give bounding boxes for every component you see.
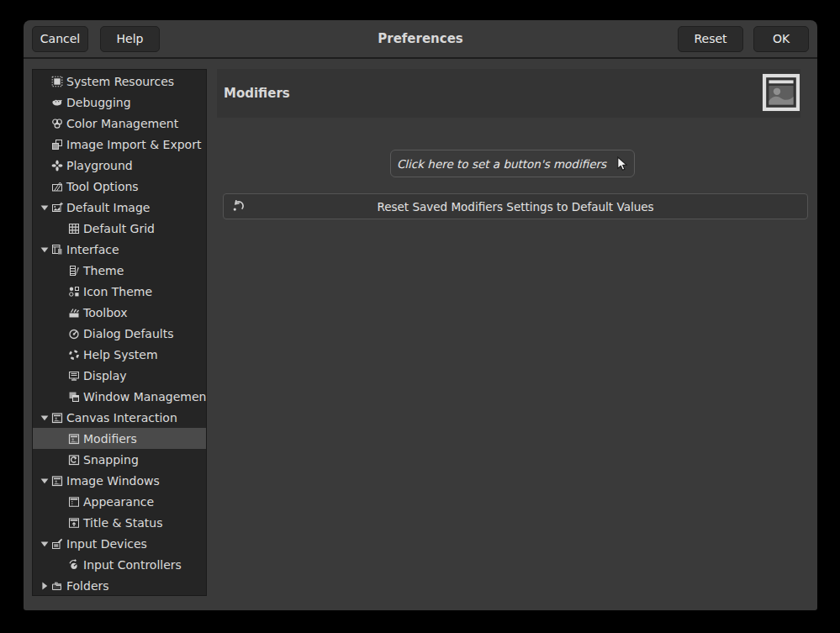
expander-open-icon[interactable]	[38, 243, 50, 256]
window-management-icon	[67, 390, 81, 404]
header-right-buttons: Reset OK	[678, 26, 809, 52]
sidebar-item-icon-theme[interactable]: Icon Theme	[33, 281, 206, 302]
expander-spacer	[38, 285, 50, 298]
expander-open-icon[interactable]	[38, 537, 50, 550]
expander-spacer	[38, 96, 50, 108]
sidebar-item-tool-options[interactable]: Tool Options	[33, 176, 206, 197]
cancel-button[interactable]: Cancel	[32, 26, 88, 52]
sidebar-item-label: Input Controllers	[83, 559, 182, 571]
sidebar-item-title-status[interactable]: Title & Status	[33, 512, 206, 533]
preferences-dialog: Cancel Help Preferences Reset OK System …	[24, 20, 817, 610]
tool-options-icon	[50, 180, 64, 193]
expander-spacer	[38, 159, 50, 171]
expander-spacer	[38, 390, 50, 403]
expander-spacer	[38, 516, 50, 529]
reset-button[interactable]: Reset	[678, 26, 743, 52]
sidebar-item-default-image[interactable]: Default Image	[33, 197, 206, 218]
sidebar-item-label: Snapping	[83, 454, 139, 466]
sidebar-item-label: Debugging	[66, 97, 131, 108]
page-title: Modifiers	[217, 86, 290, 101]
input-controllers-icon	[67, 558, 81, 572]
expander-open-icon[interactable]	[38, 201, 50, 214]
sidebar-item-label: Canvas Interaction	[66, 412, 177, 424]
sidebar-item-debugging[interactable]: Debugging	[33, 92, 206, 113]
toolbox-icon	[67, 306, 81, 319]
expander-closed-icon[interactable]	[38, 579, 50, 592]
sidebar-item-image-import-export[interactable]: Image Import & Export	[33, 134, 206, 155]
sidebar-item-label: Image Windows	[66, 475, 160, 487]
reset-icon	[231, 199, 246, 214]
header-left-buttons: Cancel Help	[32, 26, 160, 52]
expander-spacer	[38, 432, 50, 445]
sidebar-item-folders[interactable]: Folders	[33, 575, 206, 596]
sidebar-item-snapping[interactable]: Snapping	[33, 449, 206, 470]
playground-icon	[50, 159, 64, 172]
image-window-icon	[762, 73, 800, 112]
help-button[interactable]: Help	[100, 26, 160, 52]
sidebar-item-label: Window Management	[83, 391, 207, 403]
sidebar-item-label: Color Management	[66, 118, 178, 129]
sidebar-item-system-resources[interactable]: System Resources	[33, 71, 206, 92]
expander-spacer	[38, 306, 50, 319]
default-grid-icon	[67, 222, 81, 235]
display-icon	[67, 369, 81, 382]
expander-open-icon[interactable]	[38, 474, 50, 487]
sidebar-item-label: Display	[83, 370, 127, 382]
help-system-icon	[67, 348, 81, 361]
sidebar-item-input-controllers[interactable]: Input Controllers	[33, 554, 206, 575]
sidebar-item-label: Modifiers	[83, 433, 137, 445]
debugging-icon	[50, 96, 64, 109]
dialog-header-bar: Cancel Help Preferences Reset OK	[24, 20, 817, 59]
sidebar-item-label: Playground	[66, 160, 133, 171]
modifiers-icon	[67, 432, 81, 446]
sidebar-item-label: Icon Theme	[83, 286, 152, 298]
sidebar-item-playground[interactable]: Playground	[33, 155, 206, 176]
snapping-icon	[67, 453, 81, 467]
sidebar-item-label: Default Grid	[83, 223, 155, 235]
sidebar-item-theme[interactable]: Theme	[33, 260, 206, 281]
reset-saved-modifiers-label: Reset Saved Modifiers Settings to Defaul…	[377, 200, 653, 214]
sidebar-item-help-system[interactable]: Help System	[33, 344, 206, 365]
expander-spacer	[38, 495, 50, 508]
sidebar-item-label: Input Devices	[66, 538, 147, 550]
sidebar-item-interface[interactable]: Interface	[33, 239, 206, 260]
expander-spacer	[38, 75, 50, 87]
appearance-icon	[67, 495, 81, 509]
expander-spacer	[38, 453, 50, 466]
ok-button[interactable]: OK	[753, 26, 809, 52]
sidebar-item-appearance[interactable]: Appearance	[33, 491, 206, 512]
sidebar-item-image-windows[interactable]: Image Windows	[33, 470, 206, 491]
expander-spacer	[38, 348, 50, 361]
expander-spacer	[38, 369, 50, 382]
reset-saved-modifiers-button[interactable]: Reset Saved Modifiers Settings to Defaul…	[223, 193, 808, 219]
interface-icon	[50, 243, 64, 256]
sidebar-item-input-devices[interactable]: Input Devices	[33, 533, 206, 554]
canvas-interaction-icon	[50, 411, 64, 425]
sidebar-item-default-grid[interactable]: Default Grid	[33, 218, 206, 239]
sidebar-item-label: Title & Status	[83, 517, 162, 529]
color-management-icon	[50, 117, 64, 130]
sidebar-item-display[interactable]: Display	[33, 365, 206, 386]
icon-theme-icon	[67, 285, 81, 298]
title-status-icon	[67, 516, 81, 530]
sidebar-item-label: Image Import & Export	[66, 139, 201, 150]
sidebar-item-modifiers[interactable]: Modifiers	[33, 428, 206, 449]
expander-spacer	[38, 117, 50, 129]
folders-icon	[50, 579, 64, 593]
sidebar-item-dialog-defaults[interactable]: Dialog Defaults	[33, 323, 206, 344]
sidebar-item-label: System Resources	[66, 76, 174, 87]
sidebar-item-window-management[interactable]: Window Management	[33, 386, 206, 407]
dialog-defaults-icon	[67, 327, 81, 340]
sidebar-item-color-management[interactable]: Color Management	[33, 113, 206, 134]
sidebar-item-toolbox[interactable]: Toolbox	[33, 302, 206, 323]
page-banner: Modifiers	[217, 69, 800, 118]
sidebar-item-label: Theme	[83, 265, 124, 277]
set-button-modifiers-button[interactable]: Click here to set a button's modifiers	[390, 150, 635, 177]
sidebar-item-canvas-interaction[interactable]: Canvas Interaction	[33, 407, 206, 428]
system-resources-icon	[50, 75, 64, 88]
default-image-icon	[50, 201, 64, 214]
expander-spacer	[38, 180, 50, 193]
sidebar-item-label: Help System	[83, 349, 158, 361]
expander-spacer	[38, 138, 50, 150]
expander-open-icon[interactable]	[38, 411, 50, 424]
